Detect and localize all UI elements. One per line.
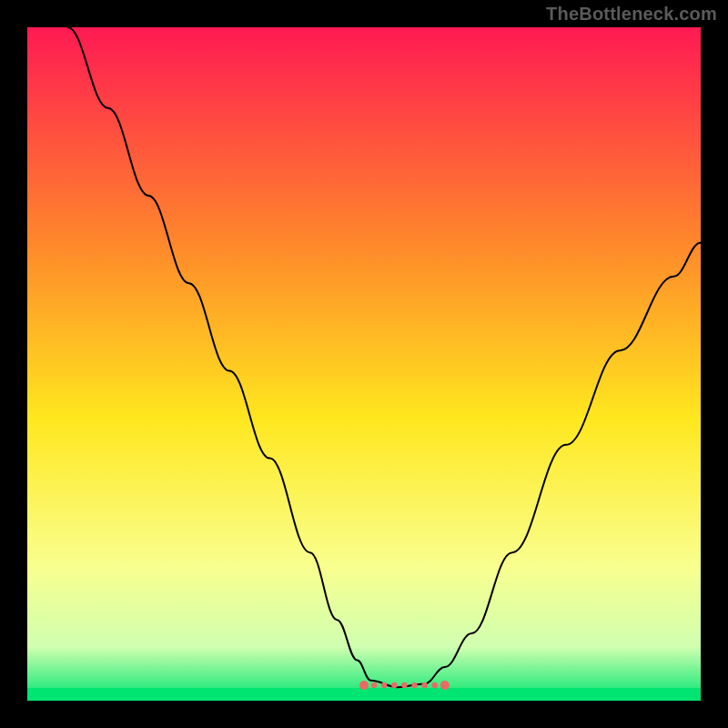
optimal-marker: [432, 682, 438, 688]
optimal-marker: [411, 682, 417, 688]
watermark-text: TheBottleneck.com: [546, 4, 717, 25]
optimal-marker: [421, 682, 427, 688]
optimal-marker: [391, 682, 397, 688]
optimal-marker: [381, 682, 387, 688]
optimal-marker: [401, 682, 407, 688]
bottleneck-chart: [0, 0, 728, 728]
optimal-marker: [359, 681, 369, 690]
optimal-marker: [440, 681, 450, 690]
optimal-marker: [371, 682, 377, 688]
baseline-strip: [27, 688, 701, 701]
chart-container: TheBottleneck.com: [0, 0, 728, 728]
plot-background: [27, 27, 701, 701]
